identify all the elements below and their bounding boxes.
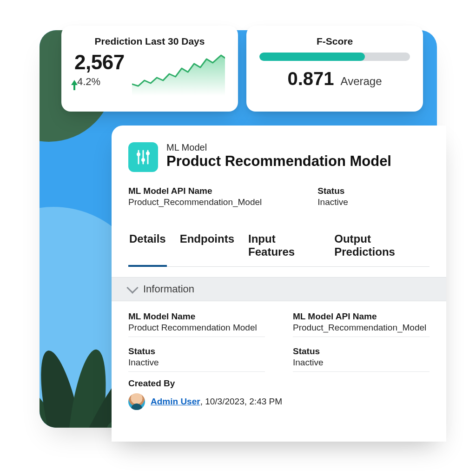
fscore-bar-fill <box>259 53 365 61</box>
model-detail-panel: ML Model Product Recommendation Model ML… <box>112 126 446 442</box>
info-name-label: ML Model Name <box>128 311 265 322</box>
info-status-right-label: Status <box>293 346 430 357</box>
info-api-value: Product_Recommendation_Model <box>293 323 430 337</box>
fscore-label: Average <box>341 75 382 88</box>
svg-point-3 <box>137 152 140 156</box>
prediction-delta: 4.2% <box>74 76 125 88</box>
prediction-sparkline <box>132 52 225 96</box>
model-eyebrow: ML Model <box>166 142 391 153</box>
section-title: Information <box>143 283 194 295</box>
created-by-user-link[interactable]: Admin User <box>151 397 200 406</box>
tab-output-predictions[interactable]: Output Predictions <box>333 228 430 267</box>
api-name-value: Product_Recommendation_Model <box>128 197 262 207</box>
prediction-title: Prediction Last 30 Days <box>74 36 225 47</box>
sliders-icon <box>128 142 158 172</box>
api-name-label: ML Model API Name <box>128 186 262 196</box>
status-label: Status <box>317 186 348 196</box>
prediction-delta-text: 4.2% <box>77 76 100 88</box>
status-value: Inactive <box>317 197 348 207</box>
prediction-card: Prediction Last 30 Days 2,567 4.2% <box>61 26 238 112</box>
chevron-down-icon <box>126 282 138 293</box>
svg-point-4 <box>141 158 145 162</box>
page-title: Product Recommendation Model <box>166 153 391 170</box>
info-status-left-value: Inactive <box>128 357 265 372</box>
fscore-value: 0.871 <box>287 68 334 89</box>
fscore-title: F-Score <box>259 36 410 47</box>
created-by-timestamp: , 10/3/2023, 2:43 PM <box>200 397 282 406</box>
info-api-label: ML Model API Name <box>293 311 430 322</box>
info-name-value: Product Recommendation Model <box>128 323 265 337</box>
fscore-bar-track <box>259 53 410 61</box>
created-by-label: Created By <box>128 378 430 389</box>
tab-details[interactable]: Details <box>128 228 167 267</box>
prediction-value: 2,567 <box>74 52 125 73</box>
tab-endpoints[interactable]: Endpoints <box>179 228 235 267</box>
avatar <box>128 393 145 410</box>
svg-point-5 <box>146 152 150 155</box>
info-status-left-label: Status <box>128 346 265 357</box>
tab-input-features[interactable]: Input Features <box>247 228 321 267</box>
tabs: Details Endpoints Input Features Output … <box>128 228 430 267</box>
fscore-card: F-Score 0.871 Average <box>246 26 423 112</box>
section-information-header[interactable]: Information <box>112 277 446 301</box>
info-status-right-value: Inactive <box>293 357 430 372</box>
